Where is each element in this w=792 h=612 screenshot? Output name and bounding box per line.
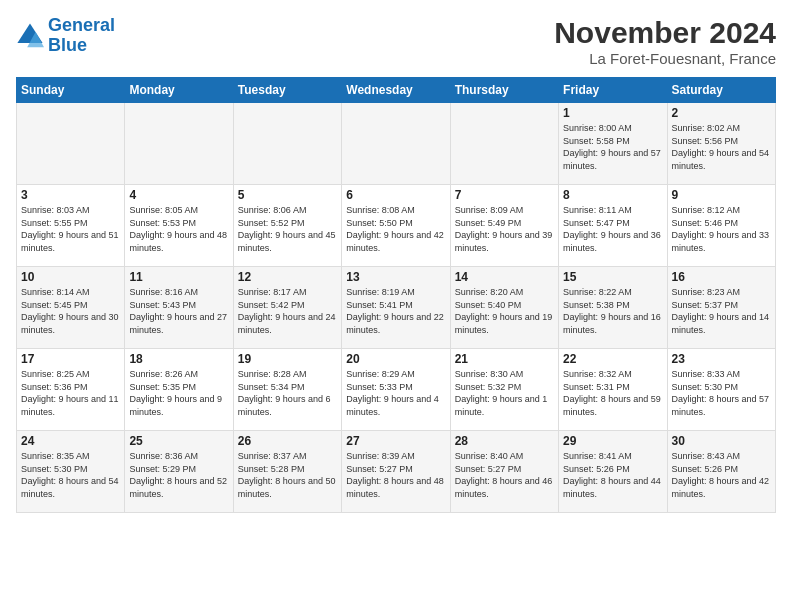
logo-icon (16, 22, 44, 50)
logo-general: General (48, 15, 115, 35)
day-number: 4 (129, 188, 228, 202)
day-info: Sunrise: 8:20 AMSunset: 5:40 PMDaylight:… (455, 286, 554, 336)
calendar-cell: 1Sunrise: 8:00 AMSunset: 5:58 PMDaylight… (559, 103, 667, 185)
calendar-week-row: 3Sunrise: 8:03 AMSunset: 5:55 PMDaylight… (17, 185, 776, 267)
day-number: 20 (346, 352, 445, 366)
day-info: Sunrise: 8:09 AMSunset: 5:49 PMDaylight:… (455, 204, 554, 254)
col-monday: Monday (125, 78, 233, 103)
calendar-header: Sunday Monday Tuesday Wednesday Thursday… (17, 78, 776, 103)
day-info: Sunrise: 8:05 AMSunset: 5:53 PMDaylight:… (129, 204, 228, 254)
day-info: Sunrise: 8:36 AMSunset: 5:29 PMDaylight:… (129, 450, 228, 500)
day-number: 16 (672, 270, 771, 284)
day-number: 17 (21, 352, 120, 366)
day-info: Sunrise: 8:11 AMSunset: 5:47 PMDaylight:… (563, 204, 662, 254)
calendar-body: 1Sunrise: 8:00 AMSunset: 5:58 PMDaylight… (17, 103, 776, 513)
day-number: 29 (563, 434, 662, 448)
calendar-cell (125, 103, 233, 185)
calendar-cell (450, 103, 558, 185)
calendar-cell: 25Sunrise: 8:36 AMSunset: 5:29 PMDayligh… (125, 431, 233, 513)
day-number: 2 (672, 106, 771, 120)
day-number: 15 (563, 270, 662, 284)
day-number: 1 (563, 106, 662, 120)
day-info: Sunrise: 8:30 AMSunset: 5:32 PMDaylight:… (455, 368, 554, 418)
month-title: November 2024 (554, 16, 776, 50)
calendar-cell: 6Sunrise: 8:08 AMSunset: 5:50 PMDaylight… (342, 185, 450, 267)
day-info: Sunrise: 8:02 AMSunset: 5:56 PMDaylight:… (672, 122, 771, 172)
day-number: 5 (238, 188, 337, 202)
day-info: Sunrise: 8:40 AMSunset: 5:27 PMDaylight:… (455, 450, 554, 500)
calendar-cell: 11Sunrise: 8:16 AMSunset: 5:43 PMDayligh… (125, 267, 233, 349)
col-wednesday: Wednesday (342, 78, 450, 103)
calendar-week-row: 24Sunrise: 8:35 AMSunset: 5:30 PMDayligh… (17, 431, 776, 513)
calendar-cell: 3Sunrise: 8:03 AMSunset: 5:55 PMDaylight… (17, 185, 125, 267)
day-info: Sunrise: 8:39 AMSunset: 5:27 PMDaylight:… (346, 450, 445, 500)
calendar-cell: 10Sunrise: 8:14 AMSunset: 5:45 PMDayligh… (17, 267, 125, 349)
day-number: 3 (21, 188, 120, 202)
day-info: Sunrise: 8:41 AMSunset: 5:26 PMDaylight:… (563, 450, 662, 500)
calendar-cell: 16Sunrise: 8:23 AMSunset: 5:37 PMDayligh… (667, 267, 775, 349)
calendar-table: Sunday Monday Tuesday Wednesday Thursday… (16, 77, 776, 513)
calendar-cell: 20Sunrise: 8:29 AMSunset: 5:33 PMDayligh… (342, 349, 450, 431)
calendar-cell: 14Sunrise: 8:20 AMSunset: 5:40 PMDayligh… (450, 267, 558, 349)
col-sunday: Sunday (17, 78, 125, 103)
calendar-cell: 19Sunrise: 8:28 AMSunset: 5:34 PMDayligh… (233, 349, 341, 431)
calendar-cell: 30Sunrise: 8:43 AMSunset: 5:26 PMDayligh… (667, 431, 775, 513)
day-info: Sunrise: 8:16 AMSunset: 5:43 PMDaylight:… (129, 286, 228, 336)
day-number: 6 (346, 188, 445, 202)
col-friday: Friday (559, 78, 667, 103)
location-title: La Foret-Fouesnant, France (554, 50, 776, 67)
logo: General Blue (16, 16, 115, 56)
day-info: Sunrise: 8:03 AMSunset: 5:55 PMDaylight:… (21, 204, 120, 254)
day-number: 26 (238, 434, 337, 448)
day-number: 18 (129, 352, 228, 366)
day-number: 8 (563, 188, 662, 202)
calendar-cell: 18Sunrise: 8:26 AMSunset: 5:35 PMDayligh… (125, 349, 233, 431)
day-info: Sunrise: 8:06 AMSunset: 5:52 PMDaylight:… (238, 204, 337, 254)
day-info: Sunrise: 8:25 AMSunset: 5:36 PMDaylight:… (21, 368, 120, 418)
calendar-cell: 7Sunrise: 8:09 AMSunset: 5:49 PMDaylight… (450, 185, 558, 267)
calendar-cell: 27Sunrise: 8:39 AMSunset: 5:27 PMDayligh… (342, 431, 450, 513)
calendar-week-row: 1Sunrise: 8:00 AMSunset: 5:58 PMDaylight… (17, 103, 776, 185)
day-info: Sunrise: 8:23 AMSunset: 5:37 PMDaylight:… (672, 286, 771, 336)
col-saturday: Saturday (667, 78, 775, 103)
header: General Blue November 2024 La Foret-Foue… (16, 16, 776, 67)
day-number: 23 (672, 352, 771, 366)
calendar-cell: 13Sunrise: 8:19 AMSunset: 5:41 PMDayligh… (342, 267, 450, 349)
day-info: Sunrise: 8:00 AMSunset: 5:58 PMDaylight:… (563, 122, 662, 172)
day-number: 28 (455, 434, 554, 448)
calendar-cell: 8Sunrise: 8:11 AMSunset: 5:47 PMDaylight… (559, 185, 667, 267)
day-info: Sunrise: 8:43 AMSunset: 5:26 PMDaylight:… (672, 450, 771, 500)
day-info: Sunrise: 8:33 AMSunset: 5:30 PMDaylight:… (672, 368, 771, 418)
col-thursday: Thursday (450, 78, 558, 103)
day-number: 10 (21, 270, 120, 284)
calendar-week-row: 10Sunrise: 8:14 AMSunset: 5:45 PMDayligh… (17, 267, 776, 349)
day-info: Sunrise: 8:12 AMSunset: 5:46 PMDaylight:… (672, 204, 771, 254)
day-number: 19 (238, 352, 337, 366)
day-info: Sunrise: 8:22 AMSunset: 5:38 PMDaylight:… (563, 286, 662, 336)
day-number: 14 (455, 270, 554, 284)
logo-blue: Blue (48, 36, 115, 56)
day-info: Sunrise: 8:35 AMSunset: 5:30 PMDaylight:… (21, 450, 120, 500)
day-number: 13 (346, 270, 445, 284)
header-row: Sunday Monday Tuesday Wednesday Thursday… (17, 78, 776, 103)
calendar-cell (342, 103, 450, 185)
logo-text: General Blue (48, 16, 115, 56)
calendar-cell: 4Sunrise: 8:05 AMSunset: 5:53 PMDaylight… (125, 185, 233, 267)
calendar-cell: 17Sunrise: 8:25 AMSunset: 5:36 PMDayligh… (17, 349, 125, 431)
calendar-cell: 23Sunrise: 8:33 AMSunset: 5:30 PMDayligh… (667, 349, 775, 431)
day-info: Sunrise: 8:17 AMSunset: 5:42 PMDaylight:… (238, 286, 337, 336)
day-number: 9 (672, 188, 771, 202)
calendar-cell (233, 103, 341, 185)
calendar-cell: 12Sunrise: 8:17 AMSunset: 5:42 PMDayligh… (233, 267, 341, 349)
day-info: Sunrise: 8:32 AMSunset: 5:31 PMDaylight:… (563, 368, 662, 418)
calendar-cell: 28Sunrise: 8:40 AMSunset: 5:27 PMDayligh… (450, 431, 558, 513)
col-tuesday: Tuesday (233, 78, 341, 103)
calendar-cell: 24Sunrise: 8:35 AMSunset: 5:30 PMDayligh… (17, 431, 125, 513)
day-info: Sunrise: 8:37 AMSunset: 5:28 PMDaylight:… (238, 450, 337, 500)
calendar-cell: 29Sunrise: 8:41 AMSunset: 5:26 PMDayligh… (559, 431, 667, 513)
calendar-cell: 9Sunrise: 8:12 AMSunset: 5:46 PMDaylight… (667, 185, 775, 267)
day-info: Sunrise: 8:28 AMSunset: 5:34 PMDaylight:… (238, 368, 337, 418)
calendar-week-row: 17Sunrise: 8:25 AMSunset: 5:36 PMDayligh… (17, 349, 776, 431)
day-info: Sunrise: 8:19 AMSunset: 5:41 PMDaylight:… (346, 286, 445, 336)
calendar-cell: 2Sunrise: 8:02 AMSunset: 5:56 PMDaylight… (667, 103, 775, 185)
